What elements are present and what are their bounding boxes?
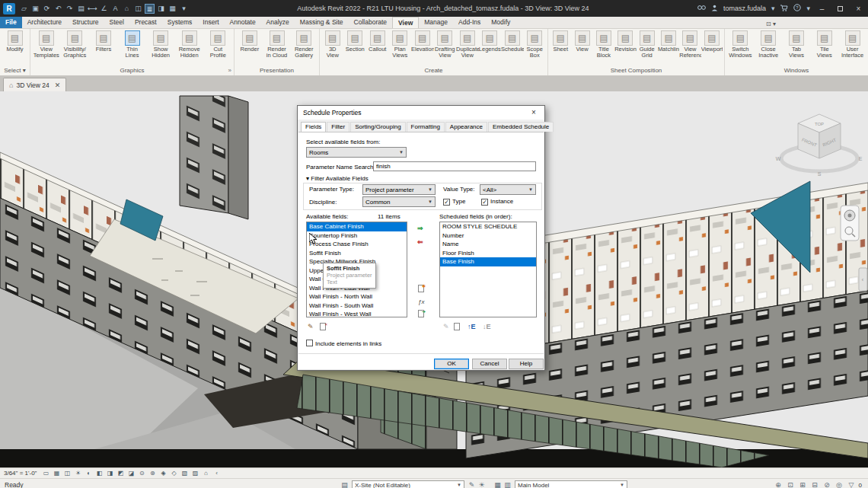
panel-label-select[interactable]: Select ▾: [0, 65, 30, 75]
ribbon-button[interactable]: ▤3D View: [321, 30, 344, 59]
dialog-tab[interactable]: Formatting: [407, 122, 445, 132]
edit-parameter-icon[interactable]: ✎: [308, 323, 314, 330]
ribbon-button[interactable]: ▤Plan Views: [389, 30, 412, 59]
user-icon[interactable]: [711, 5, 718, 13]
select-pinned-icon[interactable]: ⊞: [798, 481, 808, 488]
switch-windows-icon[interactable]: ▦: [168, 4, 177, 14]
ribbon-button[interactable]: ▤Remove Hidden Lines: [175, 30, 204, 59]
view-tab-close-icon[interactable]: ✕: [55, 81, 61, 89]
sun-path-icon[interactable]: ☀: [73, 469, 82, 478]
aligned-dimension-icon[interactable]: ∠: [99, 4, 109, 14]
ribbon-button[interactable]: ▤View: [571, 30, 592, 59]
help-button[interactable]: Help: [509, 359, 544, 369]
value-type-dropdown[interactable]: <All>▼: [480, 184, 536, 195]
include-links-checkbox[interactable]: Include elements in links: [306, 340, 381, 347]
ribbon-tab[interactable]: File: [0, 17, 22, 28]
ribbon-button[interactable]: ▤Title Block: [593, 30, 614, 59]
design-option-dropdown[interactable]: Main Model▼: [515, 480, 627, 488]
temporary-hide-isolate-icon[interactable]: ⊙: [137, 469, 146, 478]
text-icon[interactable]: A: [110, 4, 120, 14]
discipline-dropdown[interactable]: Common▼: [362, 196, 436, 207]
delete-parameter-icon[interactable]: ×: [320, 323, 326, 332]
save-icon[interactable]: ▣: [30, 4, 40, 14]
ribbon-button[interactable]: ▤Callout: [366, 30, 389, 59]
category-dropdown[interactable]: Rooms▼: [306, 147, 407, 158]
highlight-displacement-icon[interactable]: ⌂: [201, 469, 210, 478]
detail-level-icon[interactable]: ▦: [52, 469, 61, 478]
ribbon-button[interactable]: ▤Show Hidden Lines: [146, 30, 175, 59]
rendering-dialog-icon[interactable]: ◧: [94, 469, 104, 478]
available-field-item[interactable]: Wall Finish - North Wall: [307, 292, 407, 301]
dialog-tab[interactable]: Embedded Schedule: [488, 122, 554, 132]
help-dropdown-arrow-icon[interactable]: ▾: [806, 5, 810, 12]
ribbon-button[interactable]: ▤Visibility/ Graphics: [61, 30, 90, 59]
select-by-face-icon[interactable]: ⊟: [810, 481, 820, 488]
view-tab-3d-view-24[interactable]: ⌂ 3D View 24 ✕: [3, 78, 66, 91]
ribbon-tab[interactable]: Structure: [67, 17, 104, 28]
minimize-button[interactable]: –: [815, 5, 828, 13]
dialog-tab[interactable]: Filter: [327, 122, 349, 132]
available-field-item[interactable]: Base Cabinet Finish: [307, 222, 407, 231]
reveal-hidden-elements-icon[interactable]: ⊛: [148, 469, 157, 478]
ribbon-tab[interactable]: Steel: [104, 17, 129, 28]
ribbon-button[interactable]: ▤Legends: [479, 30, 502, 59]
scheduled-field-item[interactable]: Floor Finish: [440, 249, 536, 258]
ribbon-tab[interactable]: Analyze: [261, 17, 295, 28]
ribbon-button[interactable]: ▤Matchline: [658, 30, 679, 59]
ribbon-button[interactable]: ▤Render: [236, 30, 263, 59]
available-field-item[interactable]: Countertop Finish: [307, 231, 407, 241]
ribbon-tab[interactable]: Manage: [419, 17, 453, 28]
scheduled-fields-list[interactable]: ROOM STYLE SCHEDULENumberNameFloor Finis…: [439, 222, 537, 317]
ribbon-button[interactable]: ▤Filters: [89, 30, 118, 59]
scheduled-field-item[interactable]: Number: [440, 231, 536, 241]
scheduled-field-item[interactable]: Base Finish: [440, 257, 536, 266]
print-icon[interactable]: ▤: [76, 4, 86, 14]
dialog-tab[interactable]: Sorting/Grouping: [350, 122, 405, 132]
ok-button[interactable]: OK: [434, 359, 469, 369]
edit-scheduled-field-icon[interactable]: ✎: [443, 323, 449, 330]
user-dropdown-arrow-icon[interactable]: ▾: [771, 5, 775, 12]
ribbon-button[interactable]: ▤Render in Cloud: [263, 30, 291, 59]
visual-style-icon[interactable]: ◫: [62, 469, 72, 478]
ribbon-tab[interactable]: Systems: [162, 17, 198, 28]
available-field-item[interactable]: Process Chase Finish: [307, 240, 407, 249]
ribbon-tab[interactable]: Precast: [129, 17, 162, 28]
measure-icon[interactable]: ⟷: [88, 4, 97, 14]
instance-checkbox[interactable]: ✓Instance: [481, 198, 513, 206]
navigation-bar[interactable]: [841, 206, 859, 241]
dialog-tab[interactable]: Fields: [301, 122, 326, 132]
gray-inactive-worksets-icon[interactable]: ☀: [477, 481, 487, 488]
open-icon[interactable]: ▱: [19, 4, 29, 14]
ribbon-button[interactable]: ▤Section: [344, 30, 367, 59]
ribbon-button[interactable]: ▤User Interface: [838, 30, 866, 59]
available-field-item[interactable]: Wall Finish - West Wall: [307, 310, 407, 317]
panel-overflow-icon[interactable]: »: [228, 65, 231, 75]
section-icon[interactable]: ◫: [133, 4, 143, 14]
signed-in-user[interactable]: tomasz.fudala: [723, 5, 766, 12]
ribbon-tab[interactable]: Annotate: [225, 17, 261, 28]
ribbon-button[interactable]: ▤View Reference: [679, 30, 700, 59]
ribbon-button[interactable]: ▤Thin Lines: [118, 30, 147, 59]
ribbon-button[interactable]: ▤Elevation: [411, 30, 434, 59]
ribbon-button[interactable]: ▤Render Gallery: [290, 30, 318, 59]
ribbon-options-icon[interactable]: ⊡ ▾: [766, 18, 776, 30]
parameter-type-dropdown[interactable]: Project parameter▼: [362, 184, 436, 195]
available-field-item[interactable]: Soffit Finish: [307, 249, 407, 258]
cancel-button[interactable]: Cancel: [472, 359, 507, 369]
add-parameter-icon[interactable]: ⇒: [417, 225, 423, 232]
move-down-icon[interactable]: ↓E: [483, 323, 491, 330]
ribbon-button[interactable]: ▤Cut Profile: [203, 30, 232, 59]
ribbon-tab[interactable]: View: [392, 17, 419, 28]
available-field-item[interactable]: Wall Finish - South Wall: [307, 301, 407, 311]
crop-view-icon[interactable]: ◨: [105, 469, 114, 478]
selection-filter-icon[interactable]: ▽: [847, 481, 857, 488]
ribbon-button[interactable]: ▤Close Inactive: [755, 30, 783, 59]
ribbon-tab[interactable]: Insert: [197, 17, 224, 28]
restore-button[interactable]: [834, 5, 847, 13]
calculated-value-icon[interactable]: ƒx: [418, 298, 424, 306]
ribbon-button[interactable]: ▤Tile Views: [810, 30, 838, 59]
scheduled-field-item[interactable]: ROOM STYLE SCHEDULE: [440, 222, 536, 231]
ribbon-button[interactable]: ▤Viewports: [701, 30, 723, 59]
thin-lines-icon[interactable]: ≣: [145, 4, 155, 14]
type-checkbox[interactable]: ✓Type: [443, 198, 465, 206]
